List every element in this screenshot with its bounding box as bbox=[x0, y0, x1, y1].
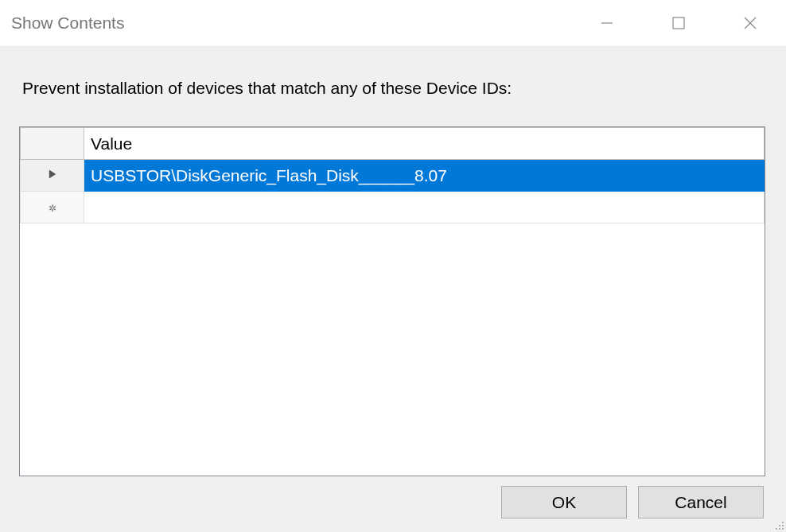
new-row-indicator-icon: ✲ bbox=[49, 203, 56, 214]
grid-header-row: Value bbox=[21, 128, 765, 160]
current-row-indicator-icon bbox=[47, 169, 58, 182]
svg-point-10 bbox=[782, 528, 784, 530]
svg-point-5 bbox=[782, 522, 784, 523]
device-id-grid[interactable]: Value USBSTOR\DiskGeneric_Flash_Disk____… bbox=[20, 127, 765, 223]
close-button[interactable] bbox=[714, 0, 786, 46]
grid-row[interactable]: ✲ bbox=[21, 192, 765, 223]
grid-column-header-value[interactable]: Value bbox=[84, 128, 765, 160]
row-header[interactable]: ✲ bbox=[21, 192, 84, 223]
content-area: Prevent installation of devices that mat… bbox=[0, 46, 786, 532]
resize-grip-icon bbox=[773, 519, 784, 530]
svg-point-6 bbox=[779, 525, 780, 526]
maximize-icon bbox=[671, 16, 686, 30]
grid-cell-value[interactable] bbox=[84, 192, 765, 223]
svg-marker-4 bbox=[49, 169, 55, 178]
grid-row[interactable]: USBSTOR\DiskGeneric_Flash_Disk______8.07 bbox=[21, 160, 765, 192]
window-title: Show Contents bbox=[11, 14, 124, 33]
dialog-buttons: OK Cancel bbox=[501, 486, 764, 518]
titlebar: Show Contents bbox=[0, 0, 786, 46]
list-label: Prevent installation of devices that mat… bbox=[22, 79, 512, 98]
maximize-button[interactable] bbox=[643, 0, 714, 46]
window-controls bbox=[571, 0, 786, 46]
grid-corner-cell[interactable] bbox=[21, 128, 84, 160]
resize-grip[interactable] bbox=[773, 519, 784, 530]
row-header[interactable] bbox=[21, 160, 84, 192]
close-icon bbox=[743, 16, 757, 30]
cancel-button[interactable]: Cancel bbox=[638, 486, 764, 518]
svg-rect-1 bbox=[673, 17, 684, 29]
svg-point-9 bbox=[779, 528, 780, 530]
grid-cell-value[interactable]: USBSTOR\DiskGeneric_Flash_Disk______8.07 bbox=[84, 160, 765, 192]
minimize-icon bbox=[600, 16, 614, 30]
svg-point-7 bbox=[782, 525, 784, 526]
grid-container: Value USBSTOR\DiskGeneric_Flash_Disk____… bbox=[19, 126, 765, 476]
minimize-button[interactable] bbox=[571, 0, 643, 46]
ok-button[interactable]: OK bbox=[501, 486, 627, 518]
svg-point-8 bbox=[776, 528, 777, 530]
